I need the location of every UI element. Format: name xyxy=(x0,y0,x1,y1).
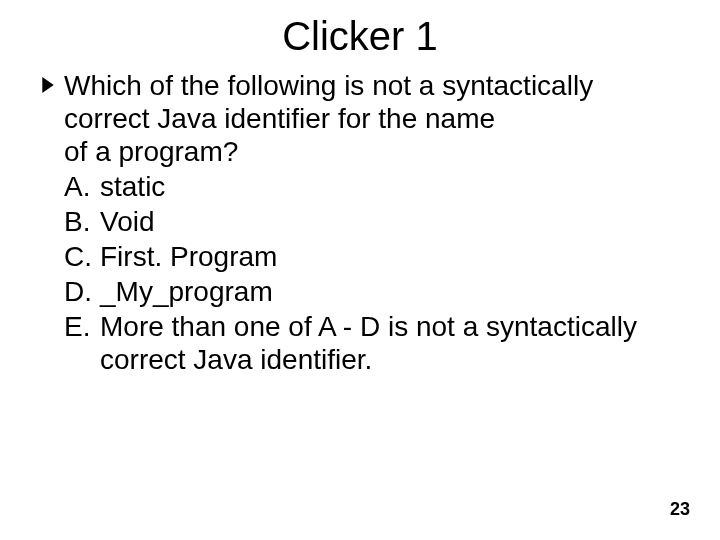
svg-marker-0 xyxy=(42,77,53,93)
slide: Clicker 1 Which of the following is not … xyxy=(0,0,720,540)
option-c: C. First. Program xyxy=(42,240,690,273)
option-e-text: More than one of A - D is not a syntacti… xyxy=(100,310,690,376)
option-d-text: _My_program xyxy=(100,275,690,308)
slide-body: Which of the following is not a syntacti… xyxy=(0,69,720,376)
option-a: A. static xyxy=(42,170,690,203)
option-d: D. _My_program xyxy=(42,275,690,308)
question-block: Which of the following is not a syntacti… xyxy=(42,69,690,168)
option-e-line-1: More than one of A - D is not a syntacti… xyxy=(100,310,690,343)
option-c-label: C. xyxy=(64,240,100,273)
question-line-2: correct Java identifier for the name xyxy=(64,102,690,135)
option-b: B. Void xyxy=(42,205,690,238)
question-line-1: Which of the following is not a syntacti… xyxy=(64,69,690,102)
question-text: Which of the following is not a syntacti… xyxy=(64,69,690,168)
option-a-label: A. xyxy=(64,170,100,203)
option-e: E. More than one of A - D is not a synta… xyxy=(42,310,690,376)
option-b-label: B. xyxy=(64,205,100,238)
page-number: 23 xyxy=(670,499,690,520)
option-c-text: First. Program xyxy=(100,240,690,273)
question-line-3: of a program? xyxy=(64,135,690,168)
option-b-text: Void xyxy=(100,205,690,238)
option-e-label: E. xyxy=(64,310,100,376)
slide-title: Clicker 1 xyxy=(0,0,720,69)
option-e-line-2: correct Java identifier. xyxy=(100,343,690,376)
option-a-text: static xyxy=(100,170,690,203)
option-d-label: D. xyxy=(64,275,100,308)
bullet-arrow-icon xyxy=(42,69,64,93)
